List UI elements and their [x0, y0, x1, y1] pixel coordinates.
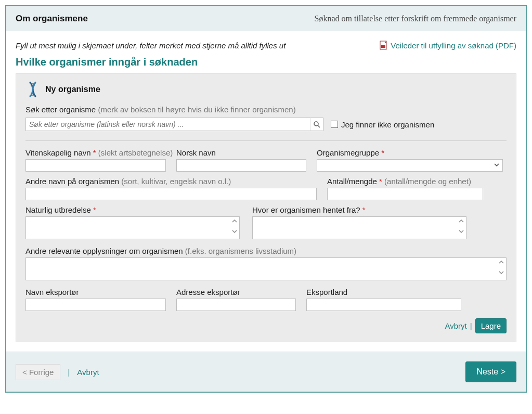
svg-point-7 — [314, 122, 318, 126]
origin-textarea[interactable] — [252, 216, 466, 239]
not-found-label: Jeg finner ikke organismen — [341, 120, 434, 129]
intro-text: Fyll ut mest mulig i skjemaet under, fel… — [16, 41, 286, 50]
other-names-hint: (sort, kultivar, engelsk navn o.l.) — [121, 177, 231, 186]
pdf-icon — [380, 41, 388, 50]
search-button[interactable] — [310, 118, 323, 131]
exporter-address-input[interactable] — [176, 299, 296, 311]
required-marker: * — [381, 148, 384, 157]
search-label: Søk etter organisme — [25, 105, 96, 114]
amount-label: Antall/mengde — [327, 177, 377, 186]
required-marker: * — [93, 148, 96, 157]
panel-title: Ny organisme — [45, 85, 100, 94]
amount-input[interactable] — [327, 188, 483, 200]
panel-cancel-link[interactable]: Avbryt — [445, 321, 466, 330]
divider-pipe: | — [470, 321, 472, 330]
organism-panel: Ny organisme Søk etter organisme (merk a… — [16, 73, 516, 342]
search-icon — [314, 121, 320, 128]
breadcrumb: Søknad om tillatelse etter forskrift om … — [315, 14, 516, 23]
section-title: Hvilke organismer inngår i søknaden — [16, 56, 516, 68]
search-hint: (merk av boksen til høyre hvis du ikke f… — [98, 105, 296, 114]
previous-button[interactable]: < Forrige — [16, 364, 60, 380]
other-info-label: Andre relevante opplysninger om organism… — [25, 247, 183, 255]
exporter-name-input[interactable] — [25, 299, 166, 311]
page-title: Om organismene — [16, 14, 88, 24]
group-label: Organismegruppe — [317, 148, 379, 157]
not-found-checkbox-wrap[interactable]: Jeg finner ikke organismen — [331, 120, 434, 129]
scientific-name-input[interactable] — [25, 159, 166, 172]
dna-icon — [25, 81, 40, 98]
other-names-input[interactable] — [25, 188, 317, 200]
origin-label: Hvor er organismen hentet fra? — [252, 205, 360, 214]
next-button[interactable]: Neste > — [465, 361, 516, 382]
header-bar: Om organismene Søknad om tillatelse ette… — [6, 6, 526, 31]
other-names-label: Andre navn på organismen — [25, 177, 119, 186]
natural-distribution-textarea[interactable] — [25, 216, 240, 239]
divider-pipe: | — [68, 368, 70, 377]
other-info-textarea[interactable] — [25, 257, 507, 280]
pdf-link-label: Veileder til utfylling av søknad (PDF) — [391, 41, 516, 50]
required-marker: * — [93, 205, 96, 214]
footer-bar: < Forrige | Avbryt Neste > — [6, 352, 526, 392]
other-info-hint: (f.eks. organismens livsstadium) — [185, 247, 296, 255]
norwegian-name-input[interactable] — [176, 159, 306, 172]
nor-name-label: Norsk navn — [176, 148, 306, 157]
footer-cancel-link[interactable]: Avbryt — [77, 368, 99, 377]
export-country-input[interactable] — [306, 299, 461, 311]
required-marker: * — [362, 205, 366, 214]
sci-name-hint: (slekt artsbetegnelse) — [98, 148, 173, 157]
divider — [25, 140, 507, 141]
organism-search-input[interactable] — [25, 118, 323, 131]
chevron-down-icon — [494, 162, 500, 168]
exporter-name-label: Navn eksportør — [25, 288, 166, 296]
exporter-address-label: Adresse eksportør — [176, 288, 296, 296]
sci-name-label: Vitenskapelig navn — [25, 148, 91, 157]
required-marker: * — [379, 177, 382, 186]
svg-rect-1 — [381, 45, 385, 48]
pdf-guide-link[interactable]: Veileder til utfylling av søknad (PDF) — [380, 41, 516, 50]
organism-group-select[interactable] — [317, 159, 503, 172]
natural-distribution-label: Naturlig utbredelse — [25, 205, 91, 214]
amount-hint: (antall/mengde og enhet) — [384, 177, 471, 186]
save-button[interactable]: Lagre — [475, 318, 507, 333]
svg-line-8 — [318, 125, 320, 127]
export-country-label: Eksportland — [306, 288, 461, 296]
not-found-checkbox[interactable] — [331, 121, 338, 128]
